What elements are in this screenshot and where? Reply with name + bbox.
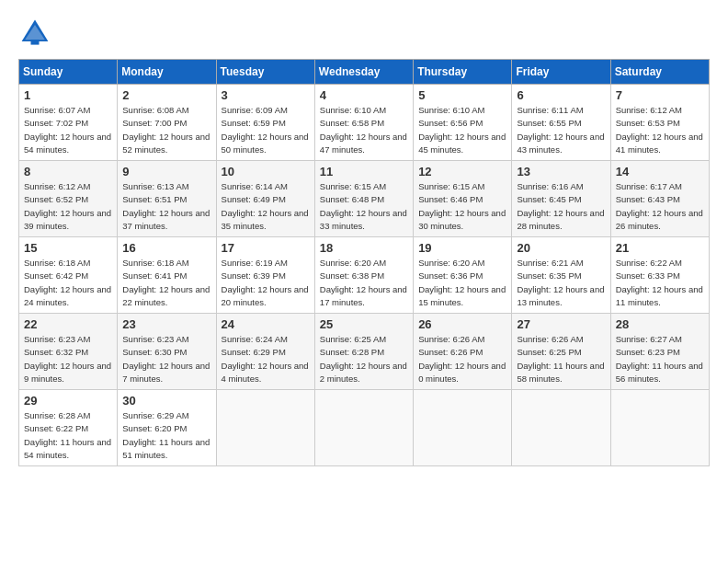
day-number: 30 bbox=[122, 394, 210, 408]
day-cell-24: 24 Sunrise: 6:24 AMSunset: 6:29 PMDaylig… bbox=[216, 314, 314, 390]
day-info: Sunrise: 6:29 AMSunset: 6:20 PMDaylight:… bbox=[122, 410, 210, 460]
day-number: 9 bbox=[122, 165, 210, 178]
col-header-thursday: Thursday bbox=[414, 60, 512, 85]
day-number: 10 bbox=[222, 165, 310, 178]
day-number: 21 bbox=[616, 241, 704, 255]
day-number: 1 bbox=[24, 88, 112, 102]
day-info: Sunrise: 6:22 AMSunset: 6:33 PMDaylight:… bbox=[616, 258, 703, 307]
day-cell-28: 28 Sunrise: 6:27 AMSunset: 6:23 PMDaylig… bbox=[610, 314, 709, 390]
day-cell-12: 12 Sunrise: 6:15 AMSunset: 6:46 PMDaylig… bbox=[414, 161, 512, 237]
day-info: Sunrise: 6:14 AMSunset: 6:49 PMDaylight:… bbox=[222, 181, 309, 231]
day-info: Sunrise: 6:15 AMSunset: 6:48 PMDaylight:… bbox=[320, 181, 407, 231]
day-number: 16 bbox=[122, 241, 210, 255]
week-row-2: 8 Sunrise: 6:12 AMSunset: 6:52 PMDayligh… bbox=[19, 161, 710, 237]
day-cell-5: 5 Sunrise: 6:10 AMSunset: 6:56 PMDayligh… bbox=[414, 85, 512, 161]
day-number: 19 bbox=[418, 241, 506, 255]
day-cell-15: 15 Sunrise: 6:18 AMSunset: 6:42 PMDaylig… bbox=[19, 237, 118, 314]
week-row-3: 15 Sunrise: 6:18 AMSunset: 6:42 PMDaylig… bbox=[19, 237, 710, 314]
day-number: 14 bbox=[616, 165, 704, 178]
day-cell-1: 1 Sunrise: 6:07 AMSunset: 7:02 PMDayligh… bbox=[19, 85, 118, 161]
day-cell-17: 17 Sunrise: 6:19 AMSunset: 6:39 PMDaylig… bbox=[216, 237, 314, 314]
day-cell-25: 25 Sunrise: 6:25 AMSunset: 6:28 PMDaylig… bbox=[314, 314, 413, 390]
day-info: Sunrise: 6:09 AMSunset: 6:59 PMDaylight:… bbox=[222, 105, 309, 155]
day-info: Sunrise: 6:07 AMSunset: 7:02 PMDaylight:… bbox=[24, 105, 111, 155]
day-info: Sunrise: 6:26 AMSunset: 6:25 PMDaylight:… bbox=[517, 334, 604, 384]
day-info: Sunrise: 6:16 AMSunset: 6:45 PMDaylight:… bbox=[517, 181, 604, 231]
day-cell-8: 8 Sunrise: 6:12 AMSunset: 6:52 PMDayligh… bbox=[19, 161, 118, 237]
day-number: 25 bbox=[320, 317, 408, 331]
day-cell-18: 18 Sunrise: 6:20 AMSunset: 6:38 PMDaylig… bbox=[314, 237, 413, 314]
day-cell-16: 16 Sunrise: 6:18 AMSunset: 6:41 PMDaylig… bbox=[118, 237, 216, 314]
day-number: 15 bbox=[24, 241, 112, 255]
day-cell-29: 29 Sunrise: 6:28 AMSunset: 6:22 PMDaylig… bbox=[19, 390, 118, 466]
day-number: 27 bbox=[517, 317, 605, 331]
day-info: Sunrise: 6:26 AMSunset: 6:26 PMDaylight:… bbox=[418, 334, 506, 384]
day-info: Sunrise: 6:23 AMSunset: 6:32 PMDaylight:… bbox=[24, 334, 111, 384]
week-row-5: 29 Sunrise: 6:28 AMSunset: 6:22 PMDaylig… bbox=[19, 390, 710, 466]
header bbox=[18, 17, 710, 50]
day-cell-19: 19 Sunrise: 6:20 AMSunset: 6:36 PMDaylig… bbox=[414, 237, 512, 314]
day-info: Sunrise: 6:23 AMSunset: 6:30 PMDaylight:… bbox=[122, 334, 210, 384]
day-info: Sunrise: 6:20 AMSunset: 6:38 PMDaylight:… bbox=[320, 258, 407, 307]
day-number: 4 bbox=[320, 88, 408, 102]
col-header-wednesday: Wednesday bbox=[314, 60, 413, 85]
logo bbox=[18, 17, 55, 50]
svg-rect-2 bbox=[31, 40, 40, 44]
day-cell-4: 4 Sunrise: 6:10 AMSunset: 6:58 PMDayligh… bbox=[314, 85, 413, 161]
day-cell-23: 23 Sunrise: 6:23 AMSunset: 6:30 PMDaylig… bbox=[118, 314, 216, 390]
day-info: Sunrise: 6:17 AMSunset: 6:43 PMDaylight:… bbox=[616, 181, 703, 231]
week-row-1: 1 Sunrise: 6:07 AMSunset: 7:02 PMDayligh… bbox=[19, 85, 710, 161]
day-cell-3: 3 Sunrise: 6:09 AMSunset: 6:59 PMDayligh… bbox=[216, 85, 314, 161]
day-cell-2: 2 Sunrise: 6:08 AMSunset: 7:00 PMDayligh… bbox=[118, 85, 216, 161]
day-number: 22 bbox=[24, 317, 112, 331]
day-info: Sunrise: 6:20 AMSunset: 6:36 PMDaylight:… bbox=[418, 258, 506, 307]
day-info: Sunrise: 6:24 AMSunset: 6:29 PMDaylight:… bbox=[222, 334, 309, 384]
calendar-table: SundayMondayTuesdayWednesdayThursdayFrid… bbox=[18, 59, 710, 466]
empty-cell bbox=[414, 390, 512, 466]
day-info: Sunrise: 6:12 AMSunset: 6:52 PMDaylight:… bbox=[24, 181, 111, 231]
day-number: 17 bbox=[222, 241, 310, 255]
day-info: Sunrise: 6:13 AMSunset: 6:51 PMDaylight:… bbox=[122, 181, 210, 231]
day-number: 12 bbox=[418, 165, 506, 178]
day-cell-7: 7 Sunrise: 6:12 AMSunset: 6:53 PMDayligh… bbox=[610, 85, 709, 161]
day-cell-9: 9 Sunrise: 6:13 AMSunset: 6:51 PMDayligh… bbox=[118, 161, 216, 237]
day-cell-6: 6 Sunrise: 6:11 AMSunset: 6:55 PMDayligh… bbox=[512, 85, 610, 161]
day-cell-14: 14 Sunrise: 6:17 AMSunset: 6:43 PMDaylig… bbox=[610, 161, 709, 237]
day-number: 6 bbox=[517, 88, 605, 102]
day-number: 20 bbox=[517, 241, 605, 255]
col-header-friday: Friday bbox=[512, 60, 610, 85]
day-cell-20: 20 Sunrise: 6:21 AMSunset: 6:35 PMDaylig… bbox=[512, 237, 610, 314]
day-cell-21: 21 Sunrise: 6:22 AMSunset: 6:33 PMDaylig… bbox=[610, 237, 709, 314]
day-cell-11: 11 Sunrise: 6:15 AMSunset: 6:48 PMDaylig… bbox=[314, 161, 413, 237]
day-info: Sunrise: 6:12 AMSunset: 6:53 PMDaylight:… bbox=[616, 105, 703, 155]
day-info: Sunrise: 6:28 AMSunset: 6:22 PMDaylight:… bbox=[24, 410, 111, 460]
page: SundayMondayTuesdayWednesdayThursdayFrid… bbox=[0, 0, 728, 476]
day-cell-30: 30 Sunrise: 6:29 AMSunset: 6:20 PMDaylig… bbox=[118, 390, 216, 466]
col-header-monday: Monday bbox=[118, 60, 216, 85]
day-info: Sunrise: 6:08 AMSunset: 7:00 PMDaylight:… bbox=[122, 105, 210, 155]
day-info: Sunrise: 6:10 AMSunset: 6:56 PMDaylight:… bbox=[418, 105, 506, 155]
day-number: 11 bbox=[320, 165, 408, 178]
day-info: Sunrise: 6:18 AMSunset: 6:41 PMDaylight:… bbox=[122, 258, 210, 307]
day-info: Sunrise: 6:10 AMSunset: 6:58 PMDaylight:… bbox=[320, 105, 407, 155]
day-number: 3 bbox=[222, 88, 310, 102]
day-number: 26 bbox=[418, 317, 506, 331]
day-cell-27: 27 Sunrise: 6:26 AMSunset: 6:25 PMDaylig… bbox=[512, 314, 610, 390]
day-info: Sunrise: 6:21 AMSunset: 6:35 PMDaylight:… bbox=[517, 258, 604, 307]
day-cell-13: 13 Sunrise: 6:16 AMSunset: 6:45 PMDaylig… bbox=[512, 161, 610, 237]
empty-cell bbox=[512, 390, 610, 466]
header-row: SundayMondayTuesdayWednesdayThursdayFrid… bbox=[19, 60, 710, 85]
day-number: 18 bbox=[320, 241, 408, 255]
day-cell-10: 10 Sunrise: 6:14 AMSunset: 6:49 PMDaylig… bbox=[216, 161, 314, 237]
empty-cell bbox=[216, 390, 314, 466]
col-header-sunday: Sunday bbox=[19, 60, 118, 85]
day-info: Sunrise: 6:18 AMSunset: 6:42 PMDaylight:… bbox=[24, 258, 111, 307]
day-number: 24 bbox=[222, 317, 310, 331]
day-number: 2 bbox=[122, 88, 210, 102]
day-number: 23 bbox=[122, 317, 210, 331]
col-header-tuesday: Tuesday bbox=[216, 60, 314, 85]
day-info: Sunrise: 6:19 AMSunset: 6:39 PMDaylight:… bbox=[222, 258, 309, 307]
day-number: 13 bbox=[517, 165, 605, 178]
day-info: Sunrise: 6:25 AMSunset: 6:28 PMDaylight:… bbox=[320, 334, 407, 384]
day-info: Sunrise: 6:11 AMSunset: 6:55 PMDaylight:… bbox=[517, 105, 604, 155]
